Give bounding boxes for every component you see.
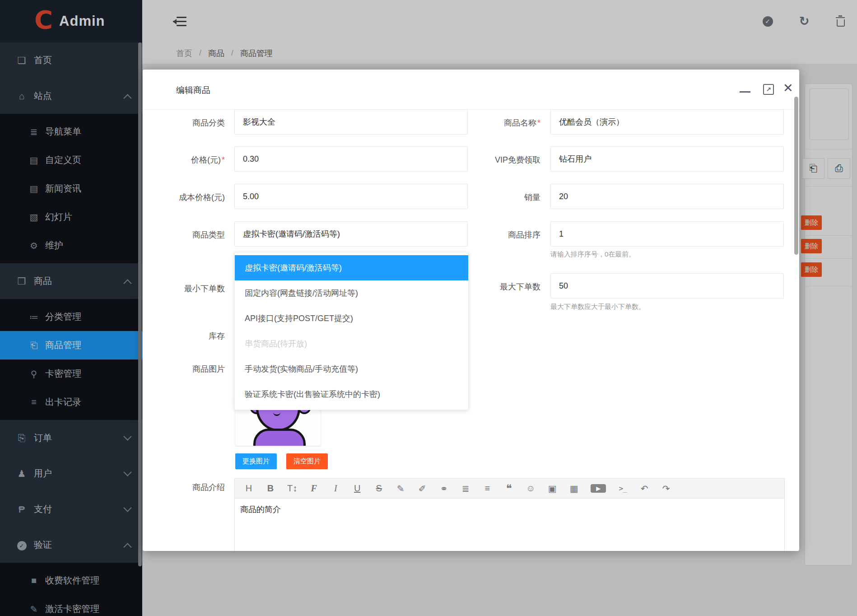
- emoji-icon[interactable]: ☺: [526, 483, 536, 494]
- redo-icon[interactable]: ↷: [661, 483, 671, 494]
- sort-help-text: 请输入排序序号，0在最前。: [550, 250, 635, 259]
- dropdown-option-virtual-card[interactable]: 虚拟卡密(邀请码/激活码等): [235, 255, 468, 280]
- modal-header: 编辑商品 ↗ ✕: [143, 70, 799, 110]
- category-label: 商品分类: [143, 117, 225, 128]
- type-dropdown: 虚拟卡密(邀请码/激活码等) 固定内容(网盘链接/活动网址等) API接口(支持…: [234, 252, 469, 410]
- vip-label: VIP免费领取: [450, 154, 540, 165]
- max-order-help-text: 最大下单数应大于最小下单数。: [550, 303, 645, 311]
- sales-label: 销量: [450, 192, 540, 203]
- link-icon[interactable]: ⚭: [439, 483, 449, 494]
- min-order-label: 最小下单数: [143, 283, 225, 294]
- cost-input[interactable]: 5.00: [234, 184, 468, 209]
- name-input[interactable]: 优酷会员（演示）: [550, 109, 784, 135]
- name-label: 商品名称*: [450, 117, 540, 128]
- sort-label: 商品排序: [450, 229, 540, 240]
- sort-input[interactable]: 1: [550, 221, 784, 247]
- video-icon[interactable]: ▶: [591, 484, 606, 493]
- intro-label: 商品介绍: [143, 482, 225, 493]
- italic-icon[interactable]: I: [331, 483, 340, 494]
- insert-image-icon[interactable]: ▣: [547, 483, 557, 494]
- table-icon[interactable]: ▦: [569, 483, 579, 494]
- underline-icon[interactable]: U: [352, 483, 362, 494]
- change-image-button[interactable]: 更换图片: [235, 453, 277, 469]
- editor-content[interactable]: 商品的简介: [240, 504, 281, 515]
- pen-icon[interactable]: ✎: [396, 483, 405, 494]
- modal-scrollbar[interactable]: [794, 97, 798, 255]
- editor-toolbar: H B T↕ F I U S ✎ ✐ ⚭ ≣ ≡ ❝ ☺ ▣ ▦ ▶ >_ ↶ …: [235, 479, 784, 499]
- brush-icon[interactable]: ✐: [417, 483, 427, 494]
- dropdown-option-manual-delivery[interactable]: 手动发货(实物商品/手动充值等): [235, 356, 468, 382]
- rich-text-editor: H B T↕ F I U S ✎ ✐ ⚭ ≣ ≡ ❝ ☺ ▣ ▦ ▶ >_ ↶ …: [234, 478, 785, 551]
- fontstyle-icon[interactable]: F: [309, 483, 319, 494]
- price-label: 价格(元)*: [143, 154, 225, 165]
- clear-image-button[interactable]: 清空图片: [286, 453, 328, 469]
- fontsize-icon[interactable]: T↕: [287, 483, 297, 494]
- sales-input[interactable]: 20: [550, 184, 784, 209]
- cost-label: 成本价格(元): [143, 192, 225, 203]
- edit-product-modal: 编辑商品 ↗ ✕ 商品分类 影视大全 商品名称* 优酷会员（演示） 价格(元)*…: [143, 70, 799, 551]
- dropdown-option-api[interactable]: API接口(支持POST/GET提交): [235, 306, 468, 331]
- stock-label: 库存: [143, 331, 225, 341]
- close-icon[interactable]: ✕: [783, 82, 793, 94]
- category-select[interactable]: 影视大全: [234, 109, 468, 135]
- dropdown-option-fixed-content[interactable]: 固定内容(网盘链接/活动网址等): [235, 280, 468, 306]
- minimize-icon[interactable]: [740, 91, 750, 93]
- dropdown-option-cross-goods: 串货商品(待开放): [235, 331, 468, 356]
- price-input[interactable]: 0.30: [234, 146, 468, 172]
- heading-icon[interactable]: H: [244, 483, 254, 494]
- vip-select[interactable]: 钻石用户: [550, 146, 784, 172]
- code-icon[interactable]: >_: [618, 484, 628, 493]
- align-icon[interactable]: ≡: [482, 483, 492, 494]
- type-label: 商品类型: [143, 229, 225, 240]
- unordered-list-icon[interactable]: ≣: [461, 483, 470, 494]
- undo-icon[interactable]: ↶: [639, 483, 649, 494]
- quote-icon[interactable]: ❝: [504, 482, 514, 495]
- maximize-icon[interactable]: ↗: [763, 84, 774, 95]
- strikethrough-icon[interactable]: S: [374, 483, 384, 494]
- image-label: 商品图片: [143, 364, 225, 374]
- type-select[interactable]: 虚拟卡密(邀请码/激活码等): [234, 221, 468, 247]
- dropdown-option-verify-card[interactable]: 验证系统卡密(出售验证系统中的卡密): [235, 382, 468, 407]
- max-order-input[interactable]: 50: [550, 273, 784, 299]
- bold-icon[interactable]: B: [265, 483, 275, 494]
- app-window: C Admin ❏ 首页 ⌂ 站点 ≣ 导航菜单 ▤ 自定义页: [0, 0, 857, 616]
- modal-title: 编辑商品: [176, 84, 210, 96]
